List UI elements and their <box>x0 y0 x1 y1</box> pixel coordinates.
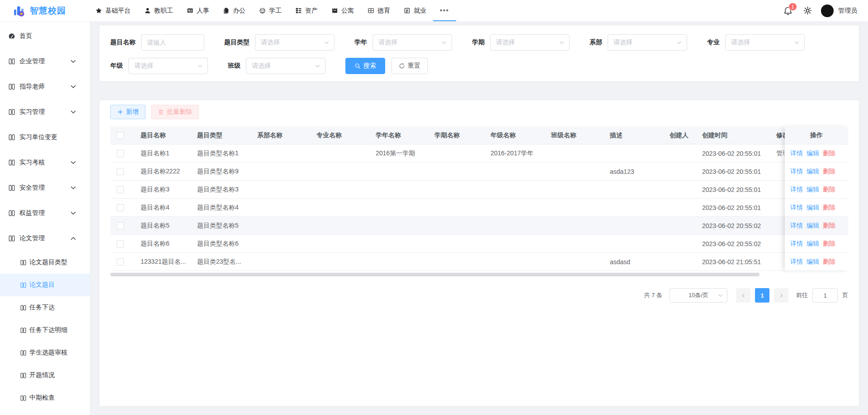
delete-link[interactable]: 删除 <box>823 149 835 158</box>
topbar-right: 1 管理员 <box>783 5 857 17</box>
topics-table: 题目名称题目类型系部名称专业名称学年名称学期名称年级名称班级名称描述创建人创建时… <box>110 126 848 276</box>
settings-gear-icon[interactable] <box>803 6 812 15</box>
page-size-select[interactable]: 10条/页 <box>670 288 727 303</box>
row-checkbox[interactable] <box>117 258 124 266</box>
sidebar-item-3[interactable]: 实习管理 <box>0 99 90 125</box>
notebook-icon <box>20 350 27 356</box>
filter-label: 学期 <box>472 38 485 47</box>
topic-name-input[interactable] <box>141 34 204 51</box>
sidebar-item-1[interactable]: 企业管理 <box>0 49 90 74</box>
filter-select-5[interactable]: 请选择 <box>725 34 805 51</box>
add-button[interactable]: 新增 <box>110 105 146 119</box>
sidebar-subitem-1[interactable]: 论文题目 <box>0 274 90 296</box>
batch-delete-button[interactable]: 批量删除 <box>151 105 199 119</box>
page-1-button[interactable]: 1 <box>755 288 769 303</box>
delete-link[interactable]: 删除 <box>823 168 835 176</box>
prev-page-button[interactable] <box>736 288 750 303</box>
delete-link[interactable]: 删除 <box>823 240 835 248</box>
detail-link[interactable]: 详情 <box>790 258 803 266</box>
horizontal-scrollbar[interactable] <box>110 273 848 276</box>
sidebar-item-4[interactable]: 实习单位变更 <box>0 125 90 150</box>
select-all-checkbox[interactable] <box>117 132 124 139</box>
id-card-icon <box>187 7 193 14</box>
detail-link[interactable]: 详情 <box>790 168 803 176</box>
nav-item-2[interactable]: 教职工 <box>137 0 180 21</box>
delete-link[interactable]: 删除 <box>823 222 835 230</box>
edit-link[interactable]: 编辑 <box>807 204 819 212</box>
search-button[interactable]: 搜索 <box>345 58 385 74</box>
nav-item-3[interactable]: 人事 <box>180 0 216 21</box>
sidebar-subitem-3[interactable]: 任务下达明细 <box>0 319 90 341</box>
detail-link[interactable]: 详情 <box>790 204 803 212</box>
sidebar-item-8[interactable]: 论文管理 <box>0 226 90 251</box>
sidebar-item-6[interactable]: 安全管理 <box>0 175 90 201</box>
sidebar-subitem-label: 开题情况 <box>29 371 55 379</box>
detail-link[interactable]: 详情 <box>790 186 803 194</box>
sidebar-subitem-4[interactable]: 学生选题审核 <box>0 341 90 364</box>
delete-link[interactable]: 删除 <box>823 186 835 194</box>
chevron-down-icon <box>70 159 77 166</box>
notebook-icon <box>8 184 15 191</box>
edit-link[interactable]: 编辑 <box>807 149 819 158</box>
filter-select-7[interactable]: 请选择 <box>246 58 326 74</box>
sidebar-item-5[interactable]: 实习考核 <box>0 150 90 175</box>
filter-select-2[interactable]: 请选择 <box>373 34 452 51</box>
sidebar-subitem-5[interactable]: 开题情况 <box>0 364 90 387</box>
filter-select-3[interactable]: 请选择 <box>490 34 570 51</box>
next-page-button[interactable] <box>774 288 788 303</box>
nav-item-1[interactable]: 基础平台 <box>89 0 137 21</box>
cell-0-1: 题目类型名称1 <box>192 149 252 158</box>
reset-button[interactable]: 重置 <box>392 58 428 74</box>
notebook-icon <box>8 83 15 90</box>
sidebar-subitem-2[interactable]: 任务下达 <box>0 296 90 319</box>
actions-column-body: 详情编辑删除详情编辑删除详情编辑删除详情编辑删除详情编辑删除详情编辑删除详情编辑… <box>785 145 848 271</box>
app-title: 智慧校园 <box>30 5 66 17</box>
grid-icon <box>368 7 374 14</box>
nav-item-6[interactable]: 资产 <box>288 0 325 21</box>
edit-link[interactable]: 编辑 <box>807 186 819 194</box>
edit-link[interactable]: 编辑 <box>807 168 819 176</box>
scrollbar-thumb[interactable] <box>110 273 760 276</box>
edit-link[interactable]: 编辑 <box>807 222 819 230</box>
filter-select-1[interactable]: 请选择 <box>255 34 335 51</box>
filter-field-1: 题目类型请选择 <box>224 34 335 51</box>
nav-item-9[interactable]: 就业 <box>397 0 433 21</box>
filter-label: 题目类型 <box>224 38 250 47</box>
nav-item-8[interactable]: 德育 <box>361 0 397 21</box>
row-checkbox[interactable] <box>117 186 124 193</box>
app-logo[interactable]: 智慧校园 <box>13 5 66 17</box>
nav-item-5[interactable]: 学工 <box>252 0 288 21</box>
row-checkbox[interactable] <box>117 168 124 175</box>
table-row-1: 题目名称1题目类型名称12016第一学期2016-2017学年2023-06-0… <box>110 145 848 163</box>
sidebar-subitem-0[interactable]: 论文题目类型 <box>0 251 90 274</box>
filter-select-6[interactable]: 请选择 <box>128 58 208 74</box>
nav-item-10[interactable]: ••• <box>433 0 456 21</box>
row-checkbox[interactable] <box>117 240 124 247</box>
edit-link[interactable]: 编辑 <box>807 240 819 248</box>
sidebar-item-0[interactable]: 首页 <box>0 23 90 49</box>
row-checkbox[interactable] <box>117 150 124 157</box>
nav-item-4[interactable]: 办公 <box>216 0 252 21</box>
filter-field-6: 年级请选择 <box>110 58 208 74</box>
row-checkbox[interactable] <box>117 204 124 211</box>
detail-link[interactable]: 详情 <box>790 222 803 230</box>
sidebar-item-2[interactable]: 指导老师 <box>0 74 90 99</box>
detail-link[interactable]: 详情 <box>790 149 803 158</box>
goto-page-input[interactable] <box>812 288 838 303</box>
delete-link[interactable]: 删除 <box>823 258 835 266</box>
row-checkbox[interactable] <box>117 222 124 229</box>
notebook-icon <box>8 159 15 166</box>
detail-link[interactable]: 详情 <box>790 240 803 248</box>
sidebar-subitem-6[interactable]: 中期检查 <box>0 387 90 409</box>
notifications-button[interactable]: 1 <box>783 6 793 15</box>
nav-item-7[interactable]: 公寓 <box>325 0 361 21</box>
notebook-icon <box>20 304 27 311</box>
chevron-down-icon <box>676 40 682 46</box>
edit-link[interactable]: 编辑 <box>807 258 819 266</box>
user-avatar[interactable] <box>821 5 834 17</box>
filter-select-4[interactable]: 请选择 <box>608 34 687 51</box>
delete-link[interactable]: 删除 <box>823 204 835 212</box>
cell-1-10: 2023-06-02 20:55:01 <box>697 168 771 175</box>
sidebar-item-7[interactable]: 权益管理 <box>0 201 90 226</box>
chevron-down-icon <box>70 108 77 116</box>
